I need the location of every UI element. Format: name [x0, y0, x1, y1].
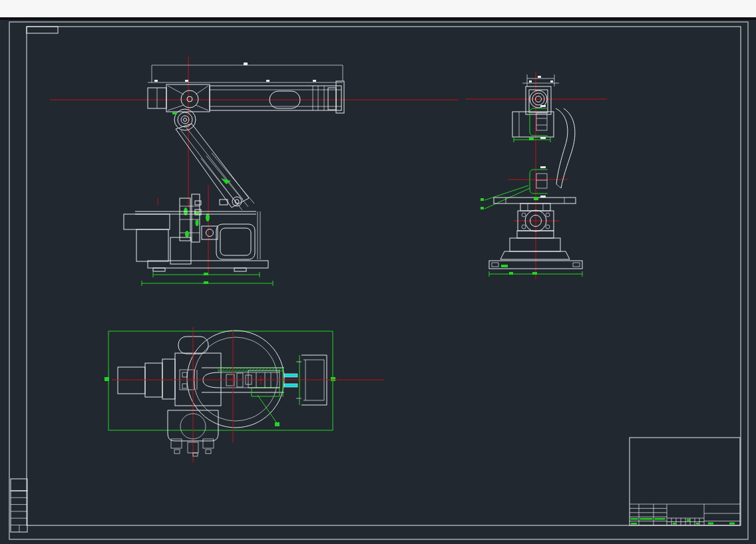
title-block — [630, 438, 740, 525]
front-view — [50, 57, 459, 286]
autocad-window — [0, 0, 756, 544]
side-view — [466, 72, 607, 279]
cad-viewport[interactable] — [0, 0, 756, 544]
window-edge — [0, 17, 756, 20]
top-view — [104, 327, 384, 462]
window-titlebar[interactable] — [0, 0, 756, 17]
frame-aux-table — [11, 479, 27, 532]
